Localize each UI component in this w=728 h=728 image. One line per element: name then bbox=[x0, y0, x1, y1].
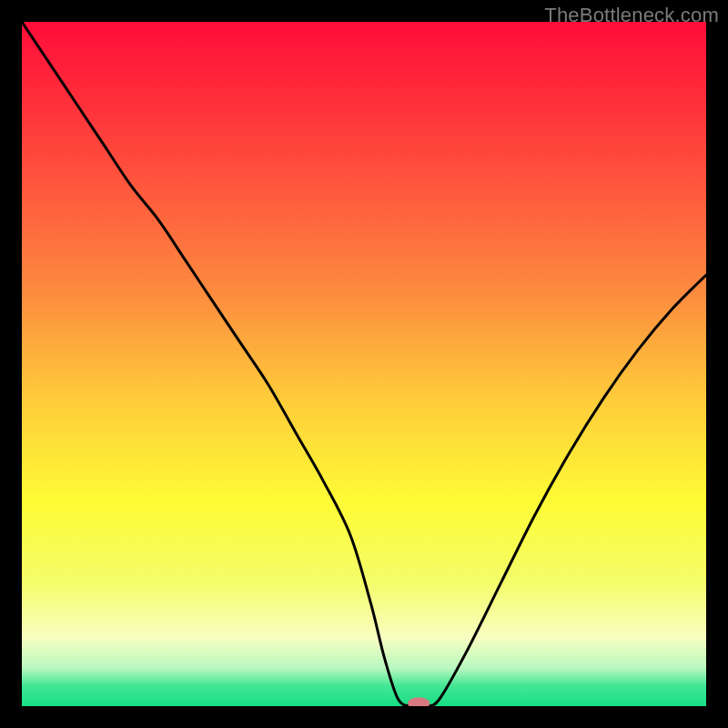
chart-frame: TheBottleneck.com bbox=[0, 0, 728, 728]
watermark-text: TheBottleneck.com bbox=[544, 4, 719, 27]
gradient-background bbox=[22, 22, 706, 706]
plot-area bbox=[22, 22, 706, 706]
bottleneck-chart-svg bbox=[22, 22, 706, 706]
